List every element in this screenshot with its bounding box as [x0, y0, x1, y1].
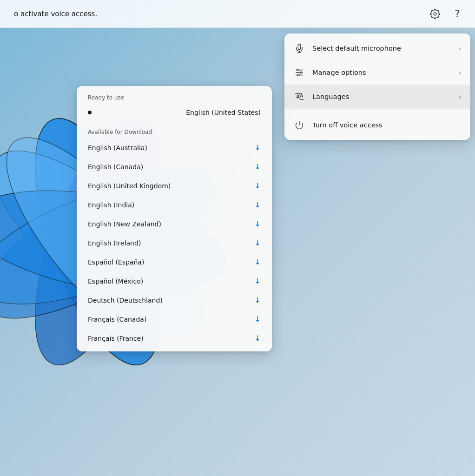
- download-icon-en-gb: ↓: [255, 181, 261, 190]
- menu-item-turn-off[interactable]: Turn off voice access: [284, 113, 470, 137]
- lang-item-en-in[interactable]: English (India) ↓: [77, 195, 272, 214]
- download-icon-fr-fr: ↓: [255, 334, 261, 343]
- lang-item-en-ie[interactable]: English (Ireland) ↓: [77, 233, 272, 252]
- menu-item-turn-off-label: Turn off voice access: [312, 121, 461, 129]
- options-icon: [294, 67, 305, 78]
- download-section-header: Available for Download: [77, 124, 272, 138]
- download-icon-es-es: ↓: [255, 258, 261, 266]
- download-icon-en-au: ↓: [255, 143, 261, 152]
- lang-en-us-label: English (United States): [186, 109, 261, 116]
- lang-fr-fr-label: Français (France): [88, 335, 144, 342]
- lang-en-nz-label: English (New Zealand): [88, 220, 161, 228]
- menu-item-languages[interactable]: Languages ›: [284, 85, 470, 109]
- download-icon-de-de: ↓: [255, 296, 261, 304]
- download-icon-en-nz: ↓: [255, 219, 261, 228]
- menu-item-languages-label: Languages: [312, 93, 451, 100]
- lang-item-fr-fr[interactable]: Français (France) ↓: [77, 329, 272, 348]
- lang-en-gb-label: English (United Kingdom): [88, 182, 171, 190]
- download-icon-en-ca: ↓: [255, 162, 261, 171]
- current-lang-bullet: [88, 111, 92, 114]
- lang-item-en-us[interactable]: English (United States): [77, 104, 272, 121]
- chevron-right-icon: ›: [459, 45, 461, 52]
- lang-item-en-nz[interactable]: English (New Zealand) ↓: [77, 214, 272, 233]
- lang-item-es-mx[interactable]: Español (México) ↓: [77, 271, 272, 291]
- menu-item-microphone-label: Select default microphone: [312, 45, 451, 52]
- languages-submenu: Ready to use English (United States) Ava…: [77, 86, 272, 351]
- top-bar-title: o activate voice access.: [14, 10, 97, 18]
- chevron-right-icon-3: ›: [459, 93, 461, 100]
- download-icon-es-mx: ↓: [255, 277, 261, 285]
- lang-item-de-de[interactable]: Deutsch (Deutschland) ↓: [77, 291, 272, 310]
- lang-item-es-es[interactable]: Español (España) ↓: [77, 252, 272, 271]
- power-icon: [294, 119, 305, 131]
- microphone-icon: [294, 43, 305, 54]
- download-icon-en-in: ↓: [255, 200, 261, 209]
- chevron-right-icon-2: ›: [459, 69, 461, 76]
- lang-item-en-ca[interactable]: English (Canada) ↓: [77, 157, 272, 176]
- lang-en-ie-label: English (Ireland): [88, 239, 141, 247]
- download-icon-fr-ca: ↓: [255, 315, 261, 324]
- ready-section-header: Ready to use: [77, 90, 272, 104]
- lang-item-en-au[interactable]: English (Australia) ↓: [77, 138, 272, 157]
- menu-item-manage-options[interactable]: Manage options ›: [284, 60, 470, 85]
- lang-es-es-label: Español (España): [88, 258, 144, 266]
- svg-point-13: [297, 74, 299, 76]
- lang-fr-ca-label: Français (Canada): [88, 316, 146, 323]
- menu-item-manage-options-label: Manage options: [312, 69, 451, 76]
- lang-en-in-label: English (India): [88, 201, 134, 209]
- top-bar-actions: ?: [427, 6, 466, 22]
- lang-de-de-label: Deutsch (Deutschland): [88, 297, 163, 304]
- lang-item-fr-ca[interactable]: Français (Canada) ↓: [77, 310, 272, 329]
- lang-en-ca-label: English (Canada): [88, 163, 143, 171]
- top-bar: o activate voice access. ?: [0, 0, 475, 28]
- menu-divider: [284, 111, 470, 111]
- help-button[interactable]: ?: [449, 6, 466, 22]
- download-icon-en-ie: ↓: [255, 238, 261, 247]
- lang-es-mx-label: Español (México): [88, 278, 143, 285]
- svg-point-12: [300, 72, 302, 73]
- settings-button[interactable]: [427, 6, 443, 22]
- menu-item-microphone[interactable]: Select default microphone ›: [284, 36, 470, 60]
- main-context-menu: Select default microphone › Manage optio…: [284, 33, 470, 140]
- languages-icon: [294, 91, 305, 102]
- svg-point-11: [297, 69, 299, 71]
- lang-item-en-gb[interactable]: English (United Kingdom) ↓: [77, 176, 272, 195]
- lang-en-au-label: English (Australia): [88, 144, 147, 152]
